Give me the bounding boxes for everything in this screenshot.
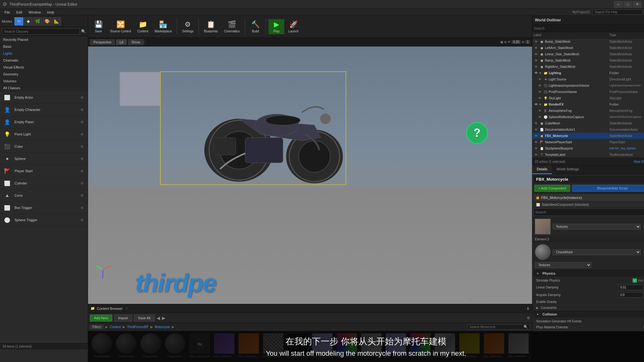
ol-item-lighting-folder[interactable]: 👁 ▼ 📁 Lighting Folder — [532, 70, 644, 76]
list-item-sphere[interactable]: ● Sphere ⊕ — [0, 153, 88, 165]
category-visual-effects[interactable]: Visual Effects — [0, 64, 88, 71]
visibility-icon[interactable]: 👁 — [534, 52, 539, 57]
visibility-icon[interactable]: 👁 — [534, 146, 539, 151]
texture-select-1[interactable]: Textures — [552, 224, 641, 230]
visibility-icon[interactable]: 👁 — [537, 83, 542, 88]
build-button[interactable]: 🔨 Build — [247, 19, 263, 34]
ol-item-rightarm[interactable]: 👁 ◼ RightArm_StaticMesh StaticMeshActor — [532, 63, 644, 70]
list-item-empty-pawn[interactable]: 👤 Empty Pawn ⊕ — [0, 116, 88, 128]
path-thirdperson[interactable]: ThirdPersonBP — [127, 325, 148, 329]
visibility-icon[interactable]: 👁 — [537, 77, 542, 82]
global-search-input[interactable] — [592, 9, 643, 15]
lit-button[interactable]: Lit — [116, 39, 127, 45]
menu-help[interactable]: Help — [44, 10, 58, 15]
save-all-button[interactable]: Save All — [134, 315, 155, 321]
mode-landscape[interactable]: 🌿 — [33, 17, 42, 25]
ol-item-leftarm[interactable]: 👁 ◼ LeftArm_StaticMesh StaticMeshActor — [532, 45, 644, 51]
visibility-icon[interactable]: 👁 — [537, 89, 542, 94]
cb-collapse-icon[interactable]: ⬇ — [526, 306, 530, 311]
save-button[interactable]: 💾 Save — [91, 19, 106, 34]
ol-item-postprocess[interactable]: 👁 ⬛ PostProcessVolume PostProcessVolume — [532, 89, 644, 95]
list-item-sphere-trigger[interactable]: ⚪ Sphere Trigger ⊕ — [0, 214, 88, 226]
texture-select-2[interactable]: CheckMotor — [552, 249, 641, 255]
nav-back-icon[interactable]: ◀ — [157, 315, 160, 321]
component-row[interactable]: ⬜ StaticMeshComponent (Inherited) — [534, 202, 644, 207]
viewport[interactable]: Perspective Lit Show ▣ ⊞ 👁 0.25 ⊞ 1 — [88, 38, 532, 304]
physics-section-header[interactable]: ▼ Physics — [534, 270, 644, 277]
actor-name-input[interactable] — [536, 177, 644, 182]
collision-section-header[interactable]: ▼ Collision — [534, 311, 644, 317]
simulate-physics-checkbox[interactable]: ✓ — [633, 278, 637, 282]
category-basic[interactable]: Basic — [0, 43, 88, 50]
ol-item-linear-stair[interactable]: 👁 ◼ Linear_Stair_StaticMesh StaticMeshAc… — [532, 51, 644, 57]
mode-paint[interactable]: ◆ — [24, 17, 33, 25]
texture-edit-icon[interactable]: ↑ — [643, 250, 644, 255]
list-item-empty-character[interactable]: 👤 Empty Character ⊕ — [0, 104, 88, 116]
settings-button[interactable]: ⚙ Settings — [180, 19, 196, 34]
menu-edit[interactable]: Edit — [13, 10, 25, 15]
visibility-icon[interactable]: 👁 — [534, 45, 539, 50]
category-lights[interactable]: Lights — [0, 50, 88, 57]
ol-item-bump[interactable]: 👁 ◼ Bump_StaticMesh StaticMeshActor — [532, 38, 644, 45]
ol-item-ramp[interactable]: 👁 ◼ Ramp_StaticMesh StaticMeshActor — [532, 57, 644, 63]
visibility-icon[interactable]: 👁 — [534, 58, 539, 63]
list-item-cylinder[interactable]: ⬜ Cylinder ⊕ — [0, 177, 88, 189]
mode-geometry[interactable]: 📐 — [52, 17, 61, 25]
category-cinematic[interactable]: Cinematic — [0, 57, 88, 64]
add-component-button[interactable]: + Add Component — [534, 185, 570, 192]
maximize-button[interactable]: □ — [623, 1, 632, 8]
category-geometry[interactable]: Geometry — [0, 71, 88, 78]
marketplace-button[interactable]: 🏪 Marketplace — [152, 19, 174, 34]
cinematics-button[interactable]: 🎬 Cinematics — [222, 19, 242, 34]
visibility-icon[interactable]: 👁 — [534, 39, 539, 44]
list-item-cone[interactable]: ▲ Cone ⊕ — [0, 189, 88, 202]
path-motorcycle[interactable]: Motorcycle — [155, 325, 170, 329]
visibility-icon[interactable]: 👁 — [537, 114, 542, 119]
ol-item-skylight[interactable]: 👁 💡 SkyLight SkyLight — [532, 95, 644, 101]
visibility-icon[interactable]: 👁 — [534, 70, 539, 75]
ol-item-fbx-motorcycle[interactable]: 👁 ◼ FBX_Motorcycle StaticMeshActor — [532, 133, 644, 139]
blueprints-button[interactable]: 📋 Blueprints — [201, 19, 220, 34]
tab-world-settings[interactable]: World Settings — [552, 166, 584, 174]
minimize-button[interactable]: ─ — [614, 1, 623, 8]
details-search-input[interactable] — [535, 210, 644, 214]
menu-window[interactable]: Window — [25, 10, 44, 15]
angular-damping-input[interactable] — [618, 292, 643, 298]
add-new-button[interactable]: Add New — [90, 315, 112, 321]
outliner-search-input[interactable] — [534, 26, 644, 30]
nav-forward-icon[interactable]: ▶ — [162, 315, 165, 321]
texture-add-icon[interactable]: ↑ — [643, 224, 644, 229]
launch-button[interactable]: 🚀 Launch — [286, 19, 301, 34]
visibility-icon[interactable]: 👁 — [534, 140, 539, 145]
list-item-empty-actor[interactable]: ⬜ Empty Actor ⊕ — [0, 91, 88, 104]
visibility-icon[interactable]: 👁 — [534, 133, 539, 138]
visibility-icon[interactable]: 👁 — [537, 108, 542, 113]
play-button[interactable]: ▶ Play — [269, 19, 284, 34]
category-volumes[interactable]: Volumes — [0, 78, 88, 85]
filters-button[interactable]: Filters — [90, 325, 103, 329]
visibility-icon[interactable]: 👁 — [537, 96, 542, 101]
tab-details[interactable]: Details — [532, 166, 552, 174]
category-recently-placed[interactable]: Recently Placed — [0, 36, 88, 43]
linear-damping-input[interactable] — [618, 285, 643, 290]
visibility-icon[interactable]: 👁 — [534, 121, 539, 126]
perspective-button[interactable]: Perspective — [90, 39, 115, 45]
cb-settings-icon[interactable]: ⚙ — [527, 316, 530, 320]
ol-item-network-ps[interactable]: 👁 🚩 NetworkPlayerStart PlayerStart — [532, 139, 644, 145]
ol-item-light-source[interactable]: 👁 ☀ Light Source DirectionalLight — [532, 76, 644, 82]
ol-item-renderfx-folder[interactable]: 👁 ▼ 📁 RenderFX Folder — [532, 101, 644, 107]
mode-foliage[interactable]: 🎨 — [43, 17, 52, 25]
list-item-box-trigger[interactable]: ⬜ Box Trigger ⊕ — [0, 202, 88, 214]
list-item-player-start[interactable]: 🚩 Player Start ⊕ — [0, 165, 88, 177]
viewport-canvas[interactable]: ? thirdpe X Y Z — [88, 47, 532, 304]
visibility-icon[interactable]: 👁 — [534, 102, 539, 107]
ol-item-sphere-capture[interactable]: 👁 ⚪ SphereReflectionCapture SphereReflec… — [532, 114, 644, 120]
close-button[interactable]: ✕ — [633, 1, 641, 8]
mode-placement[interactable]: ✏ — [14, 17, 23, 25]
cb-search-input[interactable] — [469, 325, 524, 329]
search-classes-input[interactable] — [2, 28, 80, 35]
list-item-cube[interactable]: ⬛ Cube ⊕ — [0, 140, 88, 153]
path-content[interactable]: Content — [110, 325, 121, 329]
instance-row[interactable]: ◼ FBX_Motorcycle(Instance) — [534, 194, 644, 201]
ol-item-atmos-fog[interactable]: 👁 🌫 AtmosphericFog AtmosphericFog — [532, 107, 644, 114]
